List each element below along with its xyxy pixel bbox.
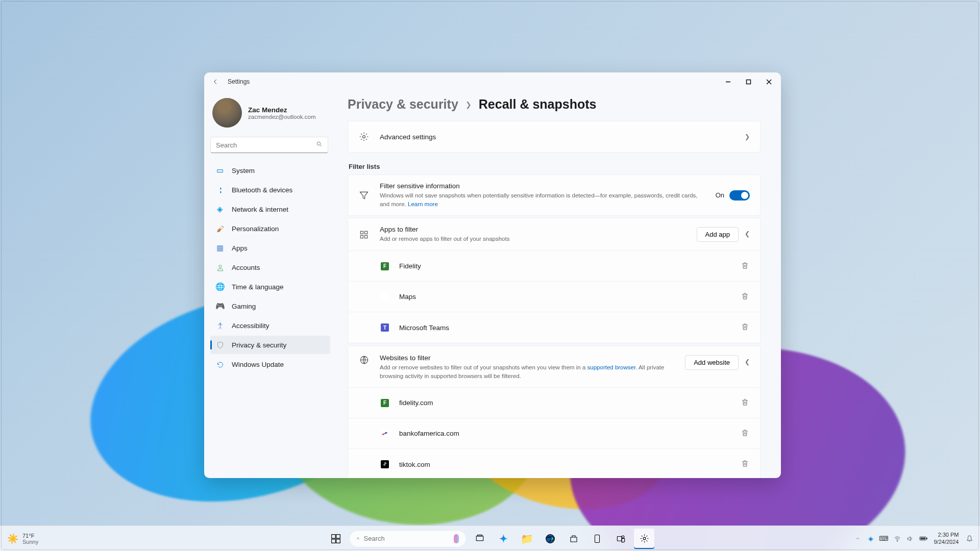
sidebar-item-label: Apps <box>232 244 248 252</box>
sidebar-item-windows-update[interactable]: Windows Update <box>210 355 330 373</box>
advanced-settings-row[interactable]: Advanced settings ❯ <box>348 121 760 152</box>
add-app-button[interactable]: Add app <box>697 227 739 242</box>
teams-button[interactable] <box>610 529 631 549</box>
teams-app-icon: T <box>381 323 389 332</box>
file-explorer-button[interactable]: 📁 <box>517 529 537 549</box>
paintbrush-icon: 🖌 <box>215 224 225 233</box>
sidebar-item-label: Network & internet <box>232 206 288 213</box>
svg-rect-20 <box>617 537 622 541</box>
sidebar-item-bluetooth[interactable]: Bluetooth & devices <box>210 181 330 199</box>
filter-icon <box>358 190 370 201</box>
remove-website-button[interactable] <box>740 460 750 469</box>
sidebar-item-network[interactable]: ◈ Network & internet <box>210 200 330 218</box>
sun-icon: ☀️ <box>7 533 18 544</box>
row-title: Websites to filter <box>380 354 675 362</box>
taskbar-clock[interactable]: 2:30 PM 9/24/2024 <box>930 532 962 545</box>
row-title: Filter sensitive information <box>380 182 705 190</box>
sidebar-item-apps[interactable]: ▦ Apps <box>210 239 330 257</box>
remove-website-button[interactable] <box>740 429 750 438</box>
learn-more-link[interactable]: Learn more <box>408 201 438 207</box>
copilot-button[interactable]: ✦ <box>493 529 513 549</box>
remove-app-button[interactable] <box>740 292 750 302</box>
sidebar-item-system[interactable]: ▭ System <box>210 161 330 180</box>
toggle-state-label: On <box>716 191 724 199</box>
taskbar-date: 9/24/2024 <box>934 539 959 545</box>
filter-sensitive-toggle[interactable] <box>729 190 750 201</box>
taskbar-search-input[interactable] <box>364 535 450 542</box>
svg-rect-6 <box>365 231 368 234</box>
taskbar-time: 2:30 PM <box>934 532 959 538</box>
sidebar-item-privacy-security[interactable]: Privacy & security <box>210 336 330 354</box>
app-filter-item: F Fidelity <box>348 251 760 282</box>
sidebar-item-accessibility[interactable]: Accessibility <box>210 316 330 335</box>
phone-link-button[interactable] <box>587 529 607 549</box>
app-filter-item: Maps <box>348 282 760 312</box>
remove-app-button[interactable] <box>740 323 750 332</box>
weather-temp: 71°F <box>22 533 38 539</box>
taskbar: ☀️ 71°F Sunny ✦ 📁 ◈ ⌨ 2:30 PM 9/24 <box>0 525 980 551</box>
svg-point-2 <box>219 265 222 267</box>
row-title: Advanced settings <box>380 133 734 141</box>
breadcrumb-parent[interactable]: Privacy & security <box>348 97 458 112</box>
chevron-right-icon: ❯ <box>745 133 750 140</box>
website-filter-item: F fidelity.com <box>348 388 760 418</box>
websites-to-filter-header[interactable]: Websites to filter Add or remove website… <box>348 346 760 388</box>
section-label-filter-lists: Filter lists <box>349 163 761 170</box>
tray-chevron-button[interactable] <box>852 529 864 549</box>
user-email: zacmendez@outlook.com <box>248 114 316 120</box>
taskbar-search[interactable] <box>349 530 467 547</box>
main-content: Privacy & security ❯ Recall & snapshots … <box>334 91 781 478</box>
update-icon <box>215 360 225 369</box>
sidebar-item-gaming[interactable]: 🎮 Gaming <box>210 297 330 315</box>
start-button[interactable] <box>326 529 346 549</box>
globe-clock-icon: 🌐 <box>215 282 225 291</box>
window-close-button[interactable] <box>758 74 779 89</box>
svg-rect-14 <box>336 539 340 543</box>
svg-point-23 <box>897 541 897 541</box>
app-name: Maps <box>399 293 729 300</box>
taskbar-weather[interactable]: ☀️ 71°F Sunny <box>0 533 128 545</box>
sidebar-item-accounts[interactable]: Accounts <box>210 258 330 277</box>
edge-button[interactable] <box>540 529 560 549</box>
add-website-button[interactable]: Add website <box>685 355 739 370</box>
tray-onedrive-icon[interactable]: ◈ <box>866 529 877 549</box>
apps-to-filter-header[interactable]: Apps to filter Add or remove apps to fil… <box>348 218 760 251</box>
website-filter-item: bankofamerica.com <box>348 418 760 449</box>
svg-rect-19 <box>595 535 600 542</box>
tray-volume-icon[interactable] <box>904 529 916 549</box>
search-input[interactable] <box>216 141 316 149</box>
window-titlebar: Settings <box>204 72 781 91</box>
task-view-button[interactable] <box>470 529 490 549</box>
sidebar-item-label: Time & language <box>232 283 284 291</box>
window-maximize-button[interactable] <box>738 74 758 89</box>
window-minimize-button[interactable] <box>718 74 738 89</box>
tray-language-icon[interactable]: ⌨ <box>878 529 890 549</box>
remove-website-button[interactable] <box>740 398 750 408</box>
settings-button[interactable] <box>634 529 654 549</box>
svg-rect-13 <box>332 539 336 543</box>
svg-rect-11 <box>332 534 336 538</box>
website-filter-item: tiktok.com <box>348 449 760 478</box>
bluetooth-icon <box>215 185 225 194</box>
svg-rect-16 <box>476 536 483 540</box>
supported-browser-link[interactable]: supported browser <box>587 364 636 370</box>
tray-notifications-button[interactable] <box>964 529 975 549</box>
sidebar-item-label: Privacy & security <box>232 341 286 349</box>
svg-rect-26 <box>920 538 925 540</box>
sidebar-search[interactable] <box>210 137 328 153</box>
row-title: Apps to filter <box>380 226 687 233</box>
svg-point-15 <box>357 538 359 539</box>
tray-battery-icon[interactable] <box>918 529 929 549</box>
sidebar-item-time-language[interactable]: 🌐 Time & language <box>210 278 330 296</box>
sidebar-item-personalization[interactable]: 🖌 Personalization <box>210 219 330 238</box>
sidebar-item-label: Accessibility <box>232 322 270 330</box>
accessibility-icon <box>215 321 225 330</box>
sidebar-item-label: Accounts <box>232 264 260 271</box>
store-button[interactable] <box>564 529 584 549</box>
remove-app-button[interactable] <box>740 262 750 271</box>
tray-wifi-icon[interactable] <box>892 529 903 549</box>
back-button[interactable] <box>210 77 220 87</box>
user-profile[interactable]: Zac Mendez zacmendez@outlook.com <box>210 96 330 133</box>
app-filter-item: T Microsoft Teams <box>348 312 760 343</box>
sidebar-item-label: System <box>232 167 255 174</box>
